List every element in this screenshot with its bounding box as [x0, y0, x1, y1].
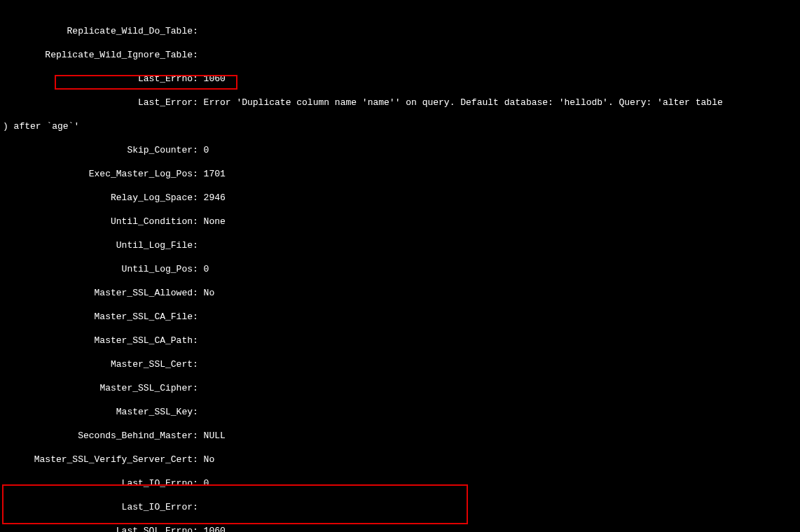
- status-row-master-ssl-cipher: Master_SSL_Cipher:: [3, 382, 797, 394]
- status-row-seconds-behind-master: Seconds_Behind_Master: NULL: [3, 430, 797, 442]
- separator: :: [193, 288, 204, 298]
- separator: :: [193, 454, 204, 465]
- status-row-replicate-wild-ignore-table: Replicate_Wild_Ignore_Table:: [3, 49, 797, 61]
- separator: :: [193, 240, 204, 251]
- separator: :: [193, 264, 204, 274]
- separator: :: [193, 407, 204, 417]
- field-label: Until_Log_File: [3, 239, 193, 251]
- field-value: 2946: [204, 192, 226, 203]
- field-value: 1060: [204, 74, 226, 84]
- status-row-master-ssl-verify-server-cert: Master_SSL_Verify_Server_Cert: No: [3, 454, 797, 465]
- field-label: Master_SSL_Cipher: [3, 382, 193, 394]
- status-row-last-io-errno: Last_IO_Errno: 0: [3, 477, 797, 489]
- status-row-master-ssl-ca-path: Master_SSL_CA_Path:: [3, 335, 797, 346]
- field-label: Master_SSL_Allowed: [3, 287, 193, 299]
- status-row-master-ssl-key: Master_SSL_Key:: [3, 406, 797, 418]
- field-label: Replicate_Wild_Ignore_Table: [3, 49, 193, 61]
- status-row-replicate-wild-do-table: Replicate_Wild_Do_Table:: [3, 25, 797, 37]
- field-label: Relay_Log_Space: [3, 192, 193, 204]
- status-row-until-condition: Until_Condition: None: [3, 216, 797, 227]
- separator: :: [193, 359, 204, 370]
- status-row-last-io-error: Last_IO_Error:: [3, 501, 797, 513]
- status-row-master-ssl-cert: Master_SSL_Cert:: [3, 358, 797, 370]
- field-value: 1060: [204, 526, 226, 532]
- field-label: Master_SSL_Key: [3, 406, 193, 418]
- field-value: 1701: [204, 169, 226, 179]
- field-label: Until_Condition: [3, 216, 193, 227]
- status-row-until-log-file: Until_Log_File:: [3, 239, 797, 251]
- separator: :: [193, 502, 204, 512]
- field-value: No: [204, 288, 215, 298]
- separator: :: [193, 145, 204, 155]
- status-row-exec-master-log-pos: Exec_Master_Log_Pos: 1701: [3, 168, 797, 180]
- field-label: Last_Error: [3, 97, 193, 108]
- terminal-output: Replicate_Wild_Do_Table: Replicate_Wild_…: [0, 0, 800, 532]
- separator: :: [193, 430, 204, 441]
- status-row-last-errno: Last_Errno: 1060: [3, 73, 797, 85]
- field-label: Last_IO_Errno: [3, 477, 193, 489]
- separator: :: [193, 335, 204, 346]
- separator: :: [193, 478, 204, 489]
- field-value: 0: [204, 264, 209, 274]
- separator: :: [193, 74, 204, 84]
- field-label: Last_Errno: [3, 73, 193, 85]
- status-row-last-sql-errno: Last_SQL_Errno: 1060: [3, 525, 797, 532]
- status-row-until-log-pos: Until_Log_Pos: 0: [3, 263, 797, 275]
- field-value: Error 'Duplicate column name 'name'' on …: [204, 97, 723, 108]
- status-row-last-error: Last_Error: Error 'Duplicate column name…: [3, 97, 797, 108]
- status-row-relay-log-space: Relay_Log_Space: 2946: [3, 192, 797, 204]
- field-label: Replicate_Wild_Do_Table: [3, 25, 193, 37]
- field-label: Exec_Master_Log_Pos: [3, 168, 193, 180]
- separator: :: [193, 383, 204, 393]
- field-value: NULL: [204, 430, 226, 441]
- field-value: 0: [204, 145, 209, 155]
- status-row-master-ssl-ca-file: Master_SSL_CA_File:: [3, 311, 797, 323]
- separator: :: [193, 312, 204, 322]
- field-label: Skip_Counter: [3, 144, 193, 156]
- separator: :: [193, 526, 204, 532]
- status-row-skip-counter: Skip_Counter: 0: [3, 144, 797, 156]
- separator: :: [193, 50, 204, 60]
- field-label: Master_SSL_CA_Path: [3, 335, 193, 346]
- field-label: Last_IO_Error: [3, 501, 193, 513]
- field-label: Until_Log_Pos: [3, 263, 193, 275]
- field-label: Master_SSL_Cert: [3, 358, 193, 370]
- status-row-master-ssl-allowed: Master_SSL_Allowed: No: [3, 287, 797, 299]
- separator: :: [193, 169, 204, 179]
- separator: :: [193, 26, 204, 36]
- field-value: 0: [204, 478, 209, 489]
- status-row-last-error-continuation: ) after `age`': [3, 120, 797, 132]
- field-label: Seconds_Behind_Master: [3, 430, 193, 442]
- field-value: No: [204, 454, 215, 465]
- separator: :: [193, 97, 204, 108]
- field-value: None: [204, 216, 226, 227]
- field-label: Master_SSL_CA_File: [3, 311, 193, 323]
- field-label: Master_SSL_Verify_Server_Cert: [3, 454, 193, 465]
- field-label: Last_SQL_Errno: [3, 525, 193, 532]
- separator: :: [193, 192, 204, 203]
- separator: :: [193, 216, 204, 227]
